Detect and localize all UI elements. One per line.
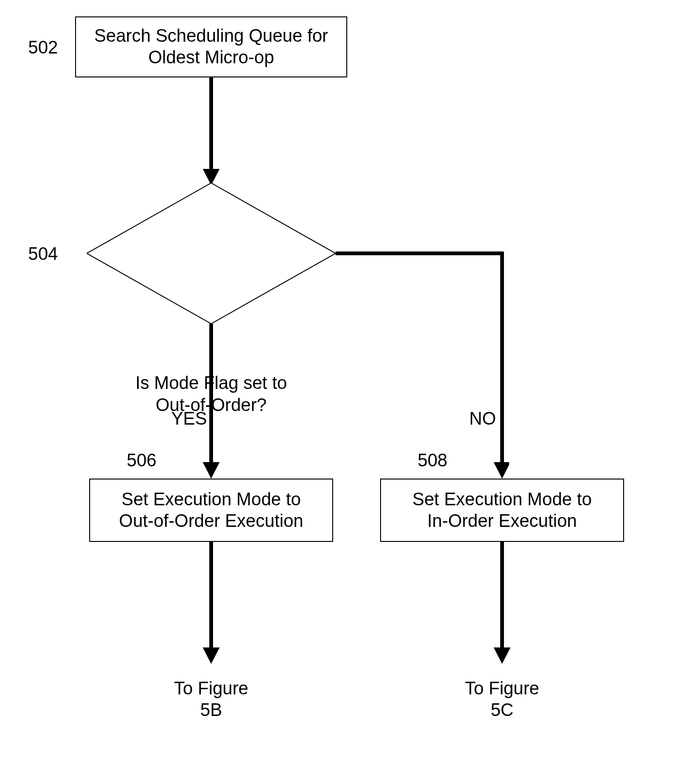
arrow-504-yes	[202, 324, 221, 479]
arrow-506-exit	[202, 542, 221, 664]
branch-label-yes: YES	[171, 408, 207, 430]
exit-label-5b: To Figure 5B	[174, 678, 249, 721]
arrow-504-no	[336, 244, 509, 479]
arrow-502-to-504	[202, 77, 221, 185]
ref-502: 502	[28, 38, 58, 58]
ref-504: 504	[28, 244, 58, 264]
decision-diamond-504: Is Mode Flag set to Out-of-Order?	[87, 183, 336, 324]
process-box-508: Set Execution Mode to In-Order Execution	[380, 479, 624, 542]
process-box-502: Search Scheduling Queue for Oldest Micro…	[75, 16, 347, 77]
svg-marker-11	[494, 647, 511, 664]
svg-marker-9	[203, 647, 220, 664]
exit-label-5c: To Figure 5C	[465, 678, 540, 721]
svg-marker-7	[494, 462, 509, 479]
flowchart-canvas: 502 504 506 508 Search Scheduling Queue …	[0, 0, 694, 784]
arrow-508-exit	[493, 542, 511, 664]
process-box-506: Set Execution Mode to Out-of-Order Execu…	[89, 479, 333, 542]
svg-marker-2	[87, 183, 336, 324]
branch-label-no: NO	[469, 408, 496, 430]
svg-marker-4	[203, 462, 220, 479]
